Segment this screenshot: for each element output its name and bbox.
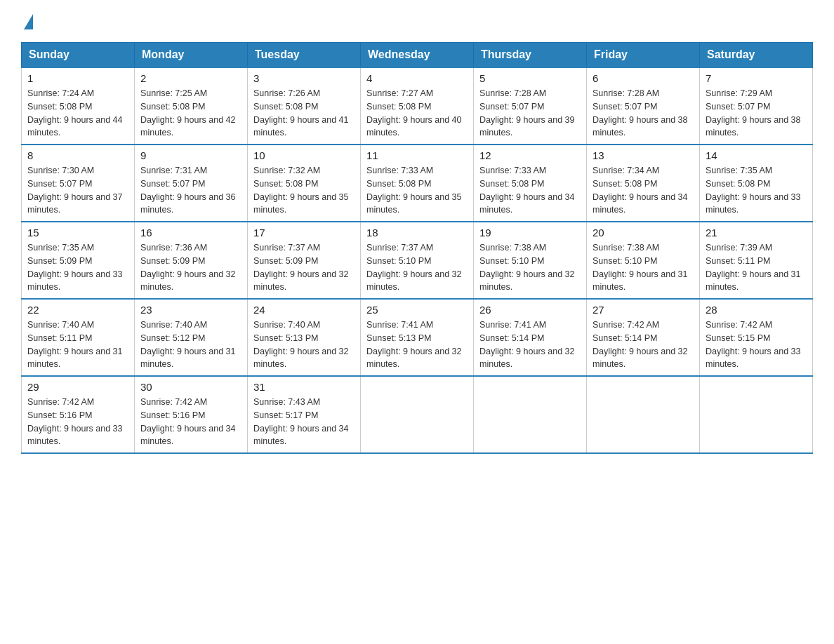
day-info: Sunrise: 7:33 AMSunset: 5:08 PMDaylight:… [479,164,581,217]
calendar-cell: 25Sunrise: 7:41 AMSunset: 5:13 PMDayligh… [361,299,474,376]
day-number: 22 [27,304,128,316]
calendar-cell: 27Sunrise: 7:42 AMSunset: 5:14 PMDayligh… [587,299,700,376]
page-header [21,14,813,28]
day-info: Sunrise: 7:24 AMSunset: 5:08 PMDaylight:… [27,87,128,140]
day-number: 14 [706,149,807,161]
day-info: Sunrise: 7:27 AMSunset: 5:08 PMDaylight:… [366,87,468,140]
day-info: Sunrise: 7:39 AMSunset: 5:11 PMDaylight:… [706,241,807,294]
calendar-cell [474,376,587,453]
day-info: Sunrise: 7:35 AMSunset: 5:09 PMDaylight:… [27,241,128,294]
calendar-cell: 19Sunrise: 7:38 AMSunset: 5:10 PMDayligh… [474,222,587,299]
day-info: Sunrise: 7:34 AMSunset: 5:08 PMDaylight:… [593,164,694,217]
day-number: 11 [366,149,468,161]
day-headers-row: SundayMondayTuesdayWednesdayThursdayFrid… [22,43,813,68]
calendar-cell: 13Sunrise: 7:34 AMSunset: 5:08 PMDayligh… [587,145,700,222]
calendar-cell: 7Sunrise: 7:29 AMSunset: 5:07 PMDaylight… [700,67,813,145]
day-number: 3 [253,72,355,84]
day-info: Sunrise: 7:41 AMSunset: 5:13 PMDaylight:… [366,318,468,371]
calendar-table: SundayMondayTuesdayWednesdayThursdayFrid… [21,42,813,454]
day-number: 2 [140,72,241,84]
calendar-cell: 18Sunrise: 7:37 AMSunset: 5:10 PMDayligh… [361,222,474,299]
calendar-cell [587,376,700,453]
calendar-cell: 16Sunrise: 7:36 AMSunset: 5:09 PMDayligh… [135,222,248,299]
day-number: 4 [366,72,468,84]
day-number: 27 [593,304,694,316]
calendar-cell: 3Sunrise: 7:26 AMSunset: 5:08 PMDaylight… [248,67,361,145]
day-number: 28 [706,304,807,316]
day-number: 23 [140,304,241,316]
calendar-cell: 15Sunrise: 7:35 AMSunset: 5:09 PMDayligh… [22,222,135,299]
day-number: 5 [479,72,581,84]
day-info: Sunrise: 7:33 AMSunset: 5:08 PMDaylight:… [366,164,468,217]
day-info: Sunrise: 7:40 AMSunset: 5:13 PMDaylight:… [253,318,355,371]
logo-triangle-icon [24,14,33,29]
day-number: 10 [253,149,355,161]
week-row-3: 15Sunrise: 7:35 AMSunset: 5:09 PMDayligh… [22,222,813,299]
week-row-4: 22Sunrise: 7:40 AMSunset: 5:11 PMDayligh… [22,299,813,376]
day-info: Sunrise: 7:42 AMSunset: 5:15 PMDaylight:… [706,318,807,371]
calendar-cell: 23Sunrise: 7:40 AMSunset: 5:12 PMDayligh… [135,299,248,376]
day-number: 18 [366,227,468,239]
day-number: 19 [479,227,581,239]
calendar-cell: 5Sunrise: 7:28 AMSunset: 5:07 PMDaylight… [474,67,587,145]
day-info: Sunrise: 7:38 AMSunset: 5:10 PMDaylight:… [593,241,694,294]
calendar-cell: 30Sunrise: 7:42 AMSunset: 5:16 PMDayligh… [135,376,248,453]
calendar-cell: 1Sunrise: 7:24 AMSunset: 5:08 PMDaylight… [22,67,135,145]
calendar-cell: 31Sunrise: 7:43 AMSunset: 5:17 PMDayligh… [248,376,361,453]
day-info: Sunrise: 7:42 AMSunset: 5:16 PMDaylight:… [27,396,128,448]
day-info: Sunrise: 7:32 AMSunset: 5:08 PMDaylight:… [253,164,355,217]
day-number: 20 [593,227,694,239]
day-info: Sunrise: 7:42 AMSunset: 5:16 PMDaylight:… [140,396,241,448]
day-number: 1 [27,72,128,84]
day-info: Sunrise: 7:26 AMSunset: 5:08 PMDaylight:… [253,87,355,140]
logo [21,14,33,28]
calendar-cell: 20Sunrise: 7:38 AMSunset: 5:10 PMDayligh… [587,222,700,299]
day-info: Sunrise: 7:35 AMSunset: 5:08 PMDaylight:… [706,164,807,217]
day-header-monday: Monday [135,43,248,68]
day-number: 8 [27,149,128,161]
week-row-2: 8Sunrise: 7:30 AMSunset: 5:07 PMDaylight… [22,145,813,222]
day-number: 31 [253,381,355,393]
day-info: Sunrise: 7:28 AMSunset: 5:07 PMDaylight:… [479,87,581,140]
day-info: Sunrise: 7:43 AMSunset: 5:17 PMDaylight:… [253,396,355,448]
day-number: 7 [706,72,807,84]
calendar-cell: 2Sunrise: 7:25 AMSunset: 5:08 PMDaylight… [135,67,248,145]
day-info: Sunrise: 7:41 AMSunset: 5:14 PMDaylight:… [479,318,581,371]
day-info: Sunrise: 7:36 AMSunset: 5:09 PMDaylight:… [140,241,241,294]
calendar-cell: 4Sunrise: 7:27 AMSunset: 5:08 PMDaylight… [361,67,474,145]
calendar-cell: 22Sunrise: 7:40 AMSunset: 5:11 PMDayligh… [22,299,135,376]
calendar-cell [361,376,474,453]
calendar-cell: 21Sunrise: 7:39 AMSunset: 5:11 PMDayligh… [700,222,813,299]
day-info: Sunrise: 7:28 AMSunset: 5:07 PMDaylight:… [593,87,694,140]
day-header-wednesday: Wednesday [361,43,474,68]
calendar-cell [700,376,813,453]
calendar-cell: 6Sunrise: 7:28 AMSunset: 5:07 PMDaylight… [587,67,700,145]
calendar-cell: 9Sunrise: 7:31 AMSunset: 5:07 PMDaylight… [135,145,248,222]
calendar-cell: 14Sunrise: 7:35 AMSunset: 5:08 PMDayligh… [700,145,813,222]
day-number: 25 [366,304,468,316]
day-header-thursday: Thursday [474,43,587,68]
day-number: 9 [140,149,241,161]
day-header-saturday: Saturday [700,43,813,68]
week-row-1: 1Sunrise: 7:24 AMSunset: 5:08 PMDaylight… [22,67,813,145]
day-info: Sunrise: 7:40 AMSunset: 5:11 PMDaylight:… [27,318,128,371]
day-number: 26 [479,304,581,316]
day-info: Sunrise: 7:25 AMSunset: 5:08 PMDaylight:… [140,87,241,140]
day-number: 17 [253,227,355,239]
day-info: Sunrise: 7:37 AMSunset: 5:10 PMDaylight:… [366,241,468,294]
calendar-cell: 17Sunrise: 7:37 AMSunset: 5:09 PMDayligh… [248,222,361,299]
calendar-cell: 29Sunrise: 7:42 AMSunset: 5:16 PMDayligh… [22,376,135,453]
day-info: Sunrise: 7:38 AMSunset: 5:10 PMDaylight:… [479,241,581,294]
calendar-cell: 12Sunrise: 7:33 AMSunset: 5:08 PMDayligh… [474,145,587,222]
day-number: 21 [706,227,807,239]
day-number: 16 [140,227,241,239]
calendar-cell: 24Sunrise: 7:40 AMSunset: 5:13 PMDayligh… [248,299,361,376]
day-info: Sunrise: 7:31 AMSunset: 5:07 PMDaylight:… [140,164,241,217]
day-header-tuesday: Tuesday [248,43,361,68]
day-number: 29 [27,381,128,393]
day-number: 13 [593,149,694,161]
calendar-cell: 26Sunrise: 7:41 AMSunset: 5:14 PMDayligh… [474,299,587,376]
calendar-cell: 11Sunrise: 7:33 AMSunset: 5:08 PMDayligh… [361,145,474,222]
day-number: 6 [593,72,694,84]
day-header-friday: Friday [587,43,700,68]
